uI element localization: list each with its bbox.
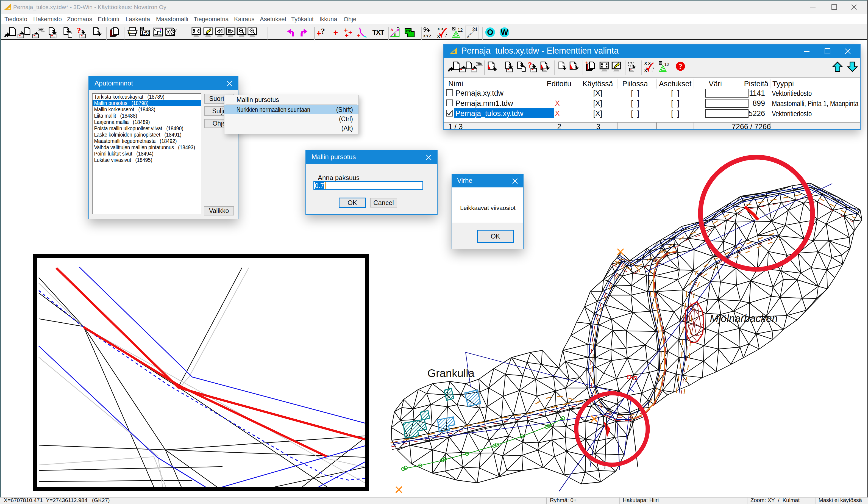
svg-text:+: +	[333, 28, 338, 37]
svg-text:+: +	[345, 32, 349, 39]
svg-text:B: B	[394, 33, 396, 37]
svg-text:x x: x x	[437, 26, 444, 31]
svg-text:1:50: 1:50	[141, 31, 150, 35]
svg-text:m²: m²	[406, 28, 412, 33]
svg-text:TXT: TXT	[372, 29, 384, 36]
svg-text:A: A	[391, 28, 393, 32]
svg-text:+: +	[348, 29, 352, 36]
svg-text:12: 12	[458, 28, 463, 33]
svg-text:α: α	[397, 28, 400, 32]
svg-text:+: +	[317, 29, 321, 38]
svg-text:Grankulla: Grankulla	[427, 367, 475, 379]
svg-text:W: W	[501, 28, 508, 37]
svg-text:+: +	[357, 32, 360, 39]
svg-text:Mjölnarbacken: Mjölnarbacken	[710, 313, 778, 324]
svg-text:x: x	[467, 34, 469, 39]
svg-text:x: x	[470, 32, 472, 36]
svg-text:21: 21	[472, 27, 478, 32]
svg-text:O: O	[487, 28, 493, 37]
svg-text:XYZ: XYZ	[423, 34, 432, 38]
svg-text:?: ?	[321, 27, 325, 35]
